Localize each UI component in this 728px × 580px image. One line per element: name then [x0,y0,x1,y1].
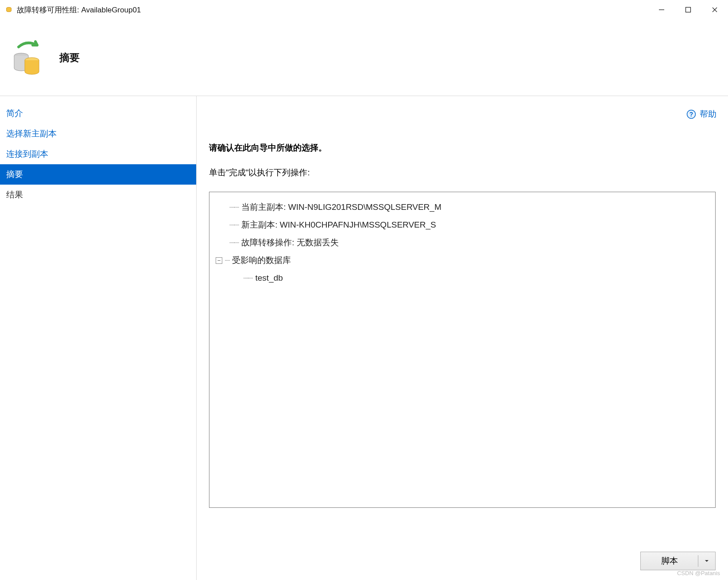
content-area: ? 帮助 请确认在此向导中所做的选择。 单击"完成"以执行下列操作: ┈┈ 当前… [197,96,728,580]
tree-connector-icon: ┈┈ [216,273,253,283]
sidebar-item-results: 结果 [0,185,196,205]
sidebar-item-select-new-primary[interactable]: 选择新主副本 [0,124,196,144]
help-icon: ? [686,109,696,119]
minimize-button[interactable] [648,1,675,19]
maximize-button[interactable] [675,1,701,19]
tree-row-db-item: ┈┈ test_db [216,269,709,287]
tree-connector-icon: ┈ [225,255,229,265]
window-title: 故障转移可用性组: AvailableGroup01 [17,5,141,15]
page-title: 摘要 [59,51,80,65]
svg-rect-2 [686,8,691,12]
sidebar-item-connect-replica[interactable]: 连接到副本 [0,144,196,164]
help-link[interactable]: ? 帮助 [686,108,716,120]
script-button-label[interactable]: 脚本 [641,555,698,567]
help-label: 帮助 [700,108,716,120]
wizard-icon [6,37,47,78]
instruction-click-finish: 单击"完成"以执行下列操作: [209,167,716,178]
app-icon [4,5,13,14]
close-button[interactable] [701,1,728,19]
script-dropdown-button[interactable] [698,558,715,564]
wizard-sidebar: 简介 选择新主副本 连接到副本 摘要 结果 [0,96,197,580]
tree-connector-icon: ┈┈ [216,238,239,247]
tree-connector-icon: ┈┈ [216,220,239,230]
tree-row-current-primary: ┈┈ 当前主副本: WIN-N9LIG201RSD\MSSQLSERVER_M [216,198,709,216]
tree-row-affected-db: − ┈ 受影响的数据库 [216,251,709,269]
tree-collapse-icon[interactable]: − [216,257,222,264]
svg-text:?: ? [689,111,693,118]
sidebar-item-summary[interactable]: 摘要 [0,164,196,185]
tree-label: 故障转移操作: 无数据丢失 [241,237,339,248]
tree-label: test_db [256,273,283,283]
tree-row-new-primary: ┈┈ 新主副本: WIN-KH0CHPAFNJH\MSSQLSERVER_S [216,216,709,234]
script-split-button[interactable]: 脚本 [640,552,716,570]
tree-connector-icon: ┈┈ [216,202,239,212]
tree-label: 当前主副本: WIN-N9LIG201RSD\MSSQLSERVER_M [241,201,441,213]
summary-tree: ┈┈ 当前主副本: WIN-N9LIG201RSD\MSSQLSERVER_M … [209,192,716,508]
tree-label: 受影响的数据库 [232,255,291,266]
tree-row-failover-op: ┈┈ 故障转移操作: 无数据丢失 [216,234,709,251]
sidebar-item-intro[interactable]: 简介 [0,103,196,124]
page-header: 摘要 [0,19,728,96]
instruction-confirm: 请确认在此向导中所做的选择。 [209,142,716,154]
titlebar: 故障转移可用性组: AvailableGroup01 [0,0,728,19]
watermark: CSDN @Patanis [677,570,720,576]
tree-label: 新主副本: WIN-KH0CHPAFNJH\MSSQLSERVER_S [241,219,436,231]
bottom-buttons: 脚本 [640,552,716,570]
